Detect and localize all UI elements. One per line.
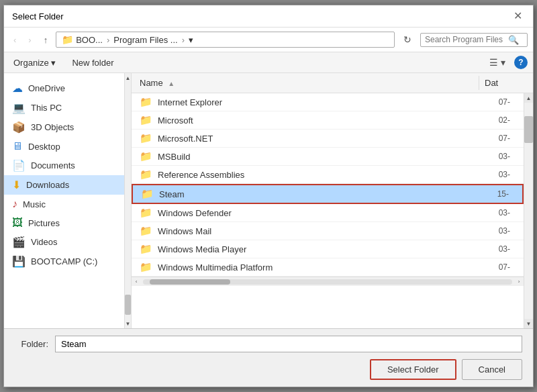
table-row[interactable]: 📁 Steam 15- [132,184,524,204]
file-name: Steam [159,189,460,199]
sidebar-scrollbar[interactable]: ▼ ▲ [125,73,132,328]
title-bar: Select Folder ✕ [4,5,533,28]
sidebar-label-onedrive: OneDrive [28,83,65,93]
file-date: 02- [462,115,516,125]
sidebar-icon-documents: 📄 [12,159,26,172]
path-sep-2: › [182,35,185,45]
up-button[interactable]: ↑ [40,33,52,47]
dialog-title: Select Folder [12,11,64,21]
view-icon: ☰ [489,57,498,68]
forward-button[interactable]: › [24,33,35,47]
folder-row: Folder: [15,336,522,352]
file-folder-icon: 📁 [140,150,152,162]
main-content: ☁OneDrive💻This PC📦3D Objects🖥Desktop📄Doc… [4,73,533,328]
file-name: Windows Media Player [158,244,462,254]
sidebar-label-documents: Documents [31,160,75,170]
file-name: Windows Multimedia Platform [158,262,462,273]
file-date: 07- [462,97,516,107]
sidebar-item-this-pc[interactable]: 💻This PC [4,98,124,117]
sidebar-item-downloads[interactable]: ⬇Downloads [4,175,124,195]
file-date: 03- [462,208,516,217]
file-folder-icon: 📁 [140,96,152,108]
sidebar-item-bootcamp[interactable]: 💾BOOTCAMP (C:) [4,252,124,271]
path-sep-1: › [107,35,109,45]
table-row[interactable]: 📁 Windows Defender 03- [132,204,524,222]
sidebar-item-pictures[interactable]: 🖼Pictures [4,213,124,232]
select-folder-button[interactable]: Select Folder [370,359,456,380]
file-name: Internet Explorer [158,97,462,107]
file-folder-icon: 📁 [140,168,152,181]
close-button[interactable]: ✕ [511,11,525,21]
horiz-track [143,279,512,285]
table-row[interactable]: 📁 MSBuild 03- [132,148,524,166]
search-icon[interactable]: 🔍 [508,35,519,45]
file-name: Microsoft.NET [158,134,462,144]
file-folder-icon: 📁 [140,225,152,237]
table-row[interactable]: 📁 Windows Media Player 03- [132,240,524,258]
scroll-down-btn[interactable]: ▼ [524,319,533,328]
sidebar-item-documents[interactable]: 📄Documents [4,156,124,175]
sidebar-icon-pictures: 🖼 [12,217,23,229]
table-row[interactable]: 📁 Microsoft.NET 07- [132,130,524,148]
view-button[interactable]: ☰ ▾ [485,55,510,70]
back-button[interactable]: ‹ [9,33,20,47]
table-row[interactable]: 📁 Windows Multimedia Platform 07- [132,258,524,277]
sidebar-item-onedrive[interactable]: ☁OneDrive [4,79,124,98]
file-date: 15- [460,189,514,199]
sidebar-item-videos[interactable]: 🎬Videos [4,232,124,252]
file-name: MSBuild [158,152,462,162]
sidebar-icon-3d-objects: 📦 [12,121,26,134]
toolbar-right: ☰ ▾ ? [485,55,528,70]
table-row[interactable]: 📁 Windows Mail 03- [132,222,524,240]
sidebar-label-pictures: Pictures [28,218,60,228]
file-folder-icon: 📁 [140,114,152,126]
file-date: 03- [462,226,516,236]
view-dropdown-icon: ▾ [501,57,505,68]
search-input[interactable] [425,35,505,44]
file-folder-icon: 📁 [140,243,152,255]
horiz-thumb[interactable] [150,279,230,285]
file-items-container: 📁 Internet Explorer 07- 📁 Microsoft 02- … [132,93,524,277]
scroll-thumb[interactable] [524,116,533,143]
table-row[interactable]: 📁 Internet Explorer 07- [132,93,524,111]
col-name-header: Name ▲ [132,76,479,90]
scroll-up-btn[interactable]: ▲ [524,93,533,103]
path-folder-icon: 📁 [62,34,73,45]
file-date: 07- [462,262,516,272]
file-date: 03- [462,170,516,179]
file-name: Reference Assemblies [158,170,462,180]
sort-arrow: ▲ [168,80,175,87]
horiz-scroll-left[interactable]: ‹ [132,277,141,286]
select-folder-dialog: Select Folder ✕ ‹ › ↑ 📁 BOO... › Program… [3,5,534,387]
address-path[interactable]: 📁 BOO... › Program Files ... › ▾ [56,32,395,48]
path-dropdown-icon: ▾ [189,35,193,45]
help-button[interactable]: ? [514,56,528,69]
search-box[interactable]: 🔍 [420,33,528,47]
col-name-label: Name [140,78,163,88]
sidebar-label-desktop: Desktop [28,142,60,152]
address-bar: ‹ › ↑ 📁 BOO... › Program Files ... › ▾ ↻… [4,28,533,52]
file-list-area: Name ▲ Dat ▲ 📁 Internet Explorer 07- 📁 M… [132,73,533,328]
path-part-2: Program Files ... [113,35,177,45]
organize-button[interactable]: Organize ▾ [9,56,60,70]
refresh-button[interactable]: ↻ [399,32,416,47]
table-row[interactable]: 📁 Reference Assemblies 03- [132,166,524,184]
sidebar-item-desktop[interactable]: 🖥Desktop [4,137,124,156]
sidebar-item-3d-objects[interactable]: 📦3D Objects [4,117,124,137]
file-list-header: Name ▲ Dat ▲ [132,73,533,93]
sidebar-icon-videos: 🎬 [12,236,26,248]
sidebar-icon-desktop: 🖥 [12,140,23,152]
sidebar-item-music[interactable]: ♪Music [4,195,124,213]
new-folder-button[interactable]: New folder [68,56,117,70]
scroll-container: 📁 Internet Explorer 07- 📁 Microsoft 02- … [132,93,533,328]
cancel-button[interactable]: Cancel [462,359,522,380]
vertical-scrollbar[interactable]: ▲ ▼ [524,93,533,328]
col-date-header: Dat [479,76,533,90]
horizontal-scrollbar[interactable]: ‹ › [132,277,524,286]
horiz-scroll-right[interactable]: › [514,277,524,286]
table-row[interactable]: 📁 Microsoft 02- [132,111,524,130]
sidebar-label-3d-objects: 3D Objects [31,122,74,132]
sidebar-icon-bootcamp: 💾 [12,255,26,268]
toolbar: Organize ▾ New folder ☰ ▾ ? [4,52,533,73]
folder-input[interactable] [55,336,522,352]
